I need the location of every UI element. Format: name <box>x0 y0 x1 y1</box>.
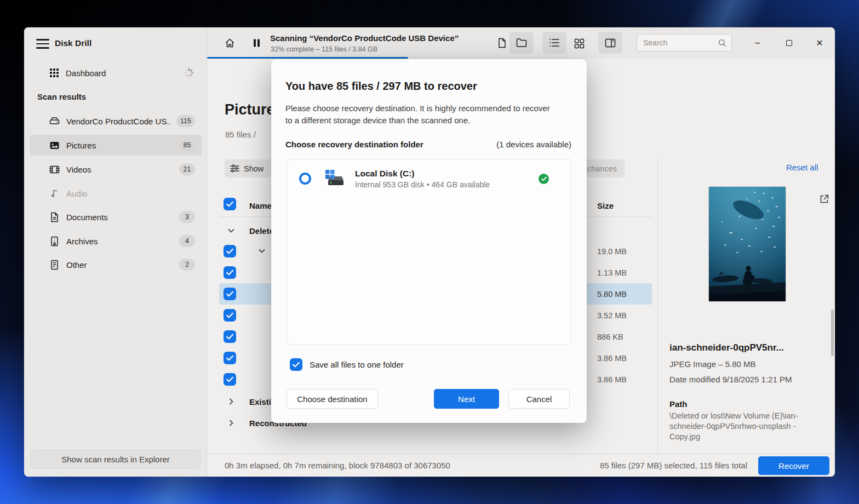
sidebar-item-label: Pictures <box>66 141 96 150</box>
page-subtitle: 85 files / <box>225 130 256 139</box>
open-external-icon[interactable] <box>819 194 829 204</box>
sidebar-item-other[interactable]: Other 2 <box>30 254 202 275</box>
archive-icon <box>49 236 60 247</box>
count-badge: 21 <box>179 163 195 175</box>
scan-eta-text: 0h 3m elapsed, 0h 7m remaining, block 97… <box>225 461 450 470</box>
pause-scan-icon[interactable] <box>251 38 262 48</box>
recover-button[interactable]: Recover <box>758 456 829 475</box>
music-note-icon <box>49 188 60 199</box>
scan-results-section-title: Scan results <box>37 92 86 101</box>
hamburger-menu-icon[interactable] <box>36 37 51 51</box>
sidebar-item-label: Audio <box>66 189 87 198</box>
size-cell: 1.13 MB <box>597 268 627 277</box>
status-bar: 0h 3m elapsed, 0h 7m remaining, block 97… <box>207 454 835 477</box>
count-badge: 3 <box>179 211 195 223</box>
reset-all-link[interactable]: Reset all <box>786 163 818 172</box>
selection-summary-text: 85 files (297 MB) selected, 115 files to… <box>600 461 747 470</box>
device-row-local-disk-c[interactable]: Local Disk (C:) Internal 953 GB disk • 4… <box>287 159 571 198</box>
close-button[interactable]: ✕ <box>811 35 828 50</box>
group-row-existing[interactable]: Existing <box>207 393 281 410</box>
loading-spinner-icon <box>184 68 194 78</box>
sidebar-item-label: Other <box>66 260 87 270</box>
new-file-icon[interactable] <box>497 38 507 48</box>
size-cell: 19.0 MB <box>597 247 627 256</box>
device-ok-check-icon <box>539 174 549 184</box>
save-to-one-folder-checkbox[interactable] <box>290 358 302 371</box>
preview-thumbnail[interactable] <box>709 187 786 301</box>
preview-filetype: JPEG Image – 5.80 MB <box>669 359 756 369</box>
search-box <box>637 34 732 51</box>
sidebar-item-vendorco-device[interactable]: VendorCo ProductCode US... 115 <box>30 111 202 131</box>
select-all-checkbox[interactable] <box>224 198 236 210</box>
size-cell: 5.80 MB <box>597 290 627 299</box>
sidebar-item-audio[interactable]: Audio <box>30 183 202 204</box>
devices-available-text: (1 devices available) <box>496 140 571 149</box>
image-icon <box>49 140 60 151</box>
home-icon[interactable] <box>225 38 235 48</box>
scan-title: Scanning “VendorCo ProductCode USB Devic… <box>270 33 459 43</box>
drive-icon <box>49 116 60 127</box>
size-cell: 3.86 MB <box>597 354 627 363</box>
sidebar-item-label: VendorCo ProductCode US... <box>66 117 170 126</box>
preview-filename: ian-schneider-0qpPV5nr... <box>669 342 823 353</box>
device-text: Local Disk (C:) Internal 953 GB disk • 4… <box>355 169 490 189</box>
device-list: Local Disk (C:) Internal 953 GB disk • 4… <box>287 159 571 345</box>
row-checkbox[interactable] <box>224 309 236 322</box>
row-checkbox[interactable] <box>224 373 236 386</box>
row-checkbox[interactable] <box>224 352 236 364</box>
show-filters-button[interactable]: Show <box>225 159 271 177</box>
next-button[interactable]: Next <box>434 389 499 409</box>
sidebar: Disk Drill Dashboard <box>24 27 207 477</box>
dialog-title: You have 85 files / 297 MB to recover <box>285 80 477 93</box>
count-badge: 4 <box>179 235 195 247</box>
preview-path-label: Path <box>669 399 688 409</box>
cancel-button[interactable]: Cancel <box>508 389 570 409</box>
recovery-destination-dialog: You have 85 files / 297 MB to recover Pl… <box>271 59 587 423</box>
preview-date-modified: Date modified 9/18/2025 1:21 PM <box>669 375 792 384</box>
filters-slider-icon <box>230 164 239 173</box>
film-icon <box>49 164 60 175</box>
document-icon <box>49 212 60 222</box>
list-view-button[interactable] <box>542 32 566 54</box>
size-cell: 3.52 MB <box>597 311 627 320</box>
row-checkbox[interactable] <box>224 330 236 343</box>
save-to-one-folder-option[interactable]: Save all files to one folder <box>290 358 404 371</box>
destination-section-label: Choose recovery destination folder <box>285 140 423 149</box>
device-radio-button[interactable] <box>299 173 311 185</box>
toggle-preview-panel-button[interactable] <box>598 32 622 54</box>
open-folder-button[interactable] <box>509 32 534 54</box>
app-title: Disk Drill <box>55 38 91 48</box>
dialog-body-text: Please choose recovery destination. It i… <box>285 102 555 127</box>
sidebar-item-label: Documents <box>66 213 108 222</box>
row-checkbox[interactable] <box>224 266 236 279</box>
show-scan-results-in-explorer-button[interactable]: Show scan results in Explorer <box>31 450 201 468</box>
maximize-button[interactable] <box>781 35 797 50</box>
save-to-one-folder-label: Save all files to one folder <box>310 360 404 369</box>
file-icon <box>49 260 60 270</box>
panel-divider <box>657 159 658 454</box>
count-badge: 115 <box>176 115 195 127</box>
sidebar-item-videos[interactable]: Videos 21 <box>30 159 202 180</box>
device-name: Local Disk (C:) <box>355 169 490 179</box>
choose-destination-button[interactable]: Choose destination <box>287 389 378 409</box>
column-header-size[interactable]: Size <box>597 201 614 210</box>
chevron-down-icon[interactable] <box>257 247 266 255</box>
size-cell: 3.86 MB <box>597 375 627 384</box>
preview-scrollbar[interactable] <box>831 310 834 356</box>
row-checkbox[interactable] <box>224 245 236 257</box>
sidebar-item-documents[interactable]: Documents 3 <box>30 207 202 227</box>
column-header-name[interactable]: Name <box>249 201 272 210</box>
grid-view-icon[interactable] <box>574 38 585 49</box>
sidebar-item-archives[interactable]: Archives 4 <box>30 231 202 251</box>
chevron-right-icon <box>227 419 236 427</box>
sidebar-item-label: Videos <box>66 165 91 174</box>
minimize-button[interactable]: – <box>749 35 766 50</box>
size-cell: 886 KB <box>597 333 623 341</box>
count-badge: 85 <box>179 139 195 151</box>
row-checkbox[interactable] <box>224 288 236 300</box>
sidebar-item-dashboard[interactable]: Dashboard <box>30 62 202 83</box>
sidebar-item-label: Archives <box>66 237 98 246</box>
search-input[interactable] <box>637 35 731 51</box>
dashboard-grid-icon <box>49 68 59 78</box>
sidebar-item-pictures[interactable]: Pictures 85 <box>30 135 202 156</box>
